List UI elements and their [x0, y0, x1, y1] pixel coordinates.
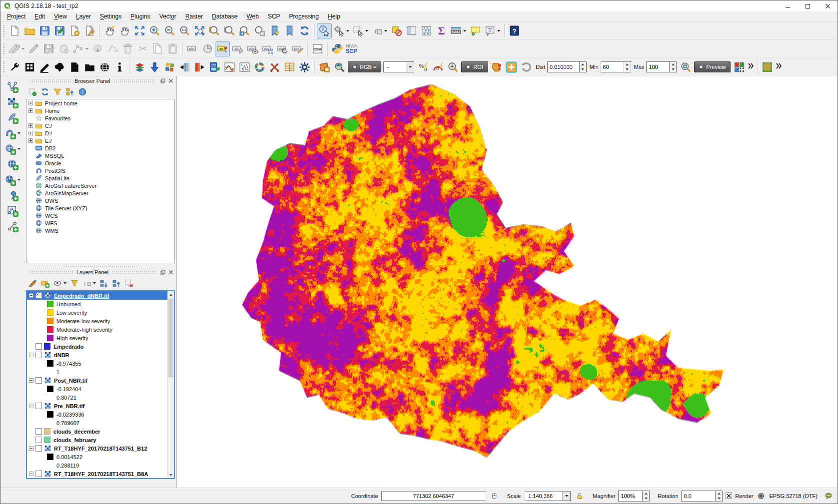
scp-rgb-plus-button[interactable] [732, 59, 747, 74]
measure-button[interactable] [449, 23, 468, 38]
magnifier-spinner[interactable] [642, 491, 650, 502]
layer-item-clouds-february[interactable]: clouds_february [27, 436, 174, 444]
browser-item-db2[interactable]: DB2DB2 [26, 144, 174, 152]
render-checkbox[interactable] [726, 493, 732, 499]
toolbar-overflow-icon[interactable] [747, 62, 755, 72]
layer-checkbox[interactable] [35, 352, 42, 358]
scp-download-button[interactable] [52, 59, 67, 74]
maximize-button[interactable] [798, 0, 818, 11]
rotation-spinner[interactable] [715, 491, 723, 502]
browser-item-postgis[interactable]: PostGIS [26, 167, 174, 174]
browser-item-favourites[interactable]: Favourites [26, 114, 174, 122]
expand-all-button[interactable] [98, 277, 110, 289]
scp-zoom-preview-button[interactable] [678, 59, 693, 74]
browser-item-spatialite[interactable]: SpatiaLite [26, 174, 174, 182]
new-shapefile-layer-button[interactable] [4, 203, 21, 218]
filter-legend-button[interactable] [68, 277, 80, 289]
dist-field[interactable]: 0.010000 [547, 61, 579, 72]
dropdown-icon[interactable] [406, 62, 414, 72]
add-wms-layer-button[interactable] [3, 141, 22, 156]
zoom-last-button[interactable] [237, 23, 252, 38]
project-save-as-button[interactable] [52, 23, 67, 38]
menu-plugins[interactable]: Plugins [126, 11, 154, 21]
scp-edit-raster-button[interactable] [37, 59, 52, 74]
add-raster-layer-button[interactable] [4, 95, 21, 110]
project-save-button[interactable] [37, 23, 52, 38]
zoom-next-button[interactable] [252, 23, 267, 38]
composer-manager-button[interactable] [82, 23, 97, 38]
collapse-icon[interactable] [29, 293, 33, 298]
layer-item-dnbr[interactable]: dNBR [27, 351, 174, 359]
text-annotation-button[interactable]: T [483, 23, 502, 38]
browser-item-arcgismapserver[interactable]: ArcGisMapServer [26, 189, 174, 197]
pan-map-button[interactable] [117, 23, 132, 38]
float-panel-icon[interactable] [159, 77, 166, 84]
menu-edit[interactable]: Edit [30, 11, 49, 21]
run-feature-action-button[interactable] [332, 23, 351, 38]
dropdown-icon[interactable] [365, 30, 368, 32]
filter-browser-button[interactable] [51, 86, 63, 98]
scale-dropdown-icon[interactable] [562, 492, 570, 501]
lock-scale-icon[interactable] [575, 491, 585, 501]
layer-checkbox[interactable] [35, 403, 42, 409]
dropdown-icon[interactable] [497, 30, 500, 32]
browser-item-ows[interactable]: OWS [26, 197, 174, 204]
browser-item-wfs[interactable]: WFS [26, 219, 174, 227]
scp-image-plus-button[interactable] [317, 59, 332, 74]
rgb-band-combo[interactable]: - [383, 61, 414, 72]
layer-item-pre-nbr-tif[interactable]: Pre_NBR.tif [27, 402, 174, 410]
dropdown-icon[interactable] [93, 282, 96, 284]
expand-icon[interactable] [28, 108, 33, 113]
toolbar-overflow-icon[interactable] [775, 62, 783, 72]
collapse-icon[interactable] [29, 446, 33, 451]
crs-status[interactable]: EPSG:32718 (OTF) [769, 493, 818, 499]
menu-project[interactable]: Project [2, 11, 30, 21]
scp-postprocess-button[interactable] [267, 59, 282, 74]
layer-item-rt-t18hyf-20170218t143751-b12[interactable]: RT_T18HYF_20170218T143751_B12 [27, 444, 174, 453]
scp-scatter-plot-button[interactable] [237, 59, 252, 74]
scp-zoom-image-button[interactable] [332, 59, 347, 74]
refresh-browser-button[interactable] [39, 86, 51, 98]
scp-wrench-button[interactable] [7, 59, 22, 74]
properties-widget-button[interactable]: i [76, 86, 88, 98]
map-tips-button[interactable] [468, 23, 483, 38]
browser-item-e-[interactable]: E:/ [26, 137, 174, 144]
minimize-button[interactable] [778, 0, 798, 11]
collapse-icon[interactable] [29, 404, 33, 408]
layer-item-rt-t18hyf-20170218t143751-b8a[interactable]: RT_T18HYF_20170218T143751_B8A [27, 470, 174, 478]
dist-spinner[interactable] [579, 61, 587, 72]
layer-item-post-nbr-tif[interactable]: Post_NBR.tif [27, 376, 174, 385]
refresh-map-button[interactable] [297, 23, 312, 38]
menu-view[interactable]: View [49, 11, 71, 21]
expand-icon[interactable] [28, 123, 33, 128]
zoom-in-button[interactable] [147, 23, 162, 38]
show-statistics-button[interactable]: Σ [434, 23, 449, 38]
add-wfs-layer-button[interactable] [3, 172, 22, 187]
project-new-button[interactable] [7, 23, 22, 38]
new-spatialite-layer-button[interactable] [4, 219, 21, 234]
browser-item-project-home[interactable]: Project home [26, 99, 174, 107]
select-by-expression-button[interactable]: ε [370, 23, 389, 38]
scp-load-bandset-button[interactable] [147, 59, 162, 74]
menu-scp[interactable]: SCP [263, 11, 285, 21]
collapse-icon[interactable] [29, 353, 33, 357]
pin-labels-button[interactable]: ab [215, 41, 230, 56]
scp-split-button[interactable] [192, 59, 207, 74]
magnifier-field[interactable]: 100% [618, 491, 642, 502]
browser-item-oracle[interactable]: Oracle [26, 159, 174, 167]
dropdown-icon[interactable] [17, 148, 20, 150]
field-calculator-button[interactable] [419, 23, 434, 38]
menu-vector[interactable]: Vector [155, 11, 181, 21]
close-panel-icon[interactable] [167, 269, 174, 276]
layers-scrollbar[interactable] [167, 291, 174, 478]
scp-info-button[interactable] [112, 59, 127, 74]
browser-item-home[interactable]: Home [26, 107, 174, 114]
scale-combo[interactable]: 1:140,386 [525, 491, 571, 501]
layer-item-empedrado[interactable]: Empedrado [27, 342, 174, 351]
scp-clip-button[interactable] [177, 59, 192, 74]
move-label-button[interactable]: abc [260, 41, 275, 56]
new-print-composer-button[interactable] [67, 23, 82, 38]
scp-grid-button[interactable] [760, 59, 775, 74]
dropdown-icon[interactable] [63, 282, 66, 284]
scp-roi-undo-button[interactable] [519, 59, 534, 74]
